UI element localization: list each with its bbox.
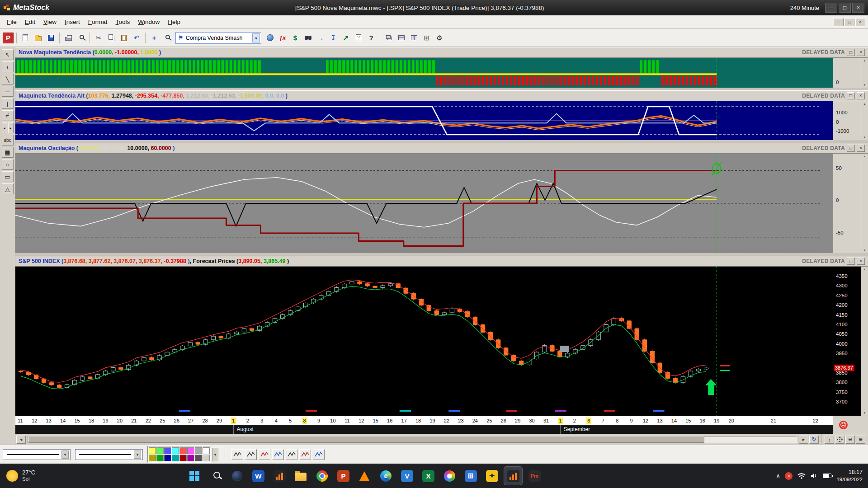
select-arrow-icon[interactable]: ▾ [134, 450, 141, 459]
forecaster-button[interactable]: → [315, 32, 326, 44]
zoom-out-button[interactable]: ⊖ [845, 436, 855, 444]
taskbar-metastock-charts[interactable] [270, 466, 289, 485]
taskbar-powerpoint[interactable]: P [334, 466, 353, 485]
taskbar-task-view[interactable] [227, 466, 246, 485]
report-button[interactable] [353, 32, 364, 44]
color-swatch[interactable] [164, 447, 171, 454]
color-swatch[interactable] [203, 447, 210, 454]
menu-edit[interactable]: Edit [21, 17, 39, 27]
scroll-up-icon[interactable]: ▴ [864, 102, 866, 106]
panel-maximize-button[interactable]: □ [847, 92, 855, 99]
scroll-down-icon[interactable]: ▾ [864, 83, 866, 87]
save-button[interactable] [45, 32, 57, 44]
volume-icon[interactable] [811, 473, 818, 479]
scroll-down-icon[interactable]: ▾ [864, 411, 866, 415]
panel-maximize-button[interactable]: □ [847, 258, 855, 265]
color-swatch[interactable] [195, 447, 202, 454]
panel-4-chart[interactable] [15, 267, 833, 416]
battery-icon[interactable] [823, 474, 831, 478]
combo-dropdown-arrow[interactable]: ▾ [252, 33, 260, 42]
cascade-windows-button[interactable] [383, 32, 395, 44]
menu-tools[interactable]: Tools [112, 17, 134, 27]
panel-1-chart[interactable] [15, 58, 833, 88]
cut-button[interactable]: ✂ [93, 32, 104, 44]
panel-2-chart[interactable] [15, 101, 833, 140]
explorer-scan-button[interactable] [302, 32, 314, 44]
pointer-tool[interactable]: ↖ [2, 49, 14, 60]
delete-tool[interactable]: ⌿ [2, 110, 14, 121]
chart-style-button-1[interactable] [231, 449, 243, 460]
copy-button[interactable] [105, 32, 117, 44]
ellipse-tool[interactable]: ○ [2, 159, 14, 170]
rectangle-tool[interactable]: ▭ [2, 171, 14, 182]
color-swatch[interactable] [156, 447, 164, 454]
taskbar-file-explorer[interactable] [291, 466, 310, 485]
taskbar-bee-app[interactable]: ✦ [482, 466, 501, 485]
panel-close-button[interactable]: × [857, 258, 865, 265]
help-button[interactable]: ? [365, 32, 377, 44]
minimize-button[interactable]: ─ [825, 3, 837, 13]
line-weight-select[interactable]: ▾ [75, 449, 143, 460]
print-button[interactable] [62, 32, 74, 44]
maximize-button[interactable]: □ [839, 3, 851, 13]
panel-maximize-button[interactable]: □ [847, 49, 855, 56]
taskbar-word[interactable]: W [249, 466, 268, 485]
open-chart-button[interactable] [32, 32, 44, 44]
color-swatch[interactable] [172, 455, 179, 461]
child-minimize-button[interactable]: ─ [834, 18, 844, 26]
color-swatch[interactable] [172, 447, 179, 454]
zoom-in-button[interactable]: ⊕ [856, 436, 865, 444]
scrollbar-thumb[interactable] [28, 436, 704, 443]
wifi-icon[interactable] [797, 473, 806, 479]
color-swatch[interactable] [179, 455, 187, 461]
taskbar-vlc[interactable] [355, 466, 374, 485]
panel-close-button[interactable]: × [857, 49, 865, 56]
trendline-tool[interactable]: ╲ [2, 74, 14, 84]
zoom-button[interactable] [161, 32, 173, 44]
vertical-line-tool[interactable]: | [2, 98, 14, 109]
menu-help[interactable]: Help [164, 17, 184, 27]
panel-3-scrollbar[interactable]: ▴ ▾ [861, 154, 868, 253]
taskbar-browser[interactable] [440, 466, 459, 485]
chart-style-button-3[interactable] [259, 449, 270, 460]
tile-grid-button[interactable]: ⊞ [421, 32, 433, 44]
menu-view[interactable]: View [39, 17, 61, 27]
panel-3-chart[interactable] [15, 154, 833, 253]
scroll-up-icon[interactable]: ▴ [864, 59, 866, 62]
undo-button[interactable]: ↶ [131, 32, 142, 44]
color-swatch[interactable] [156, 455, 164, 461]
scroll-up-icon[interactable]: ▴ [864, 267, 866, 271]
taskbar-search[interactable] [206, 466, 225, 485]
taskbar-code[interactable]: V [397, 466, 416, 485]
scroll-left-button[interactable]: ◂ [16, 436, 26, 444]
downloader-button[interactable]: ↧ [327, 32, 339, 44]
explorer-button[interactable] [264, 32, 276, 44]
menu-format[interactable]: Format [84, 17, 112, 27]
scroll-up-icon[interactable]: ▴ [864, 155, 866, 158]
panel-close-button[interactable]: × [857, 145, 865, 152]
taskbar-edge[interactable]: e [376, 466, 395, 485]
chart-style-button-4[interactable] [272, 449, 284, 460]
taskbar-start[interactable] [185, 466, 204, 485]
line-style-select[interactable]: ▾ [3, 449, 71, 460]
scroll-down-icon[interactable]: ▾ [864, 136, 866, 139]
triangle-tool[interactable]: △ [2, 183, 14, 194]
chart-style-button-2[interactable] [245, 449, 257, 460]
new-chart-button[interactable] [19, 32, 31, 44]
panel-close-button[interactable]: × [857, 92, 865, 99]
color-swatch[interactable] [187, 447, 194, 454]
close-button[interactable]: × [852, 3, 864, 13]
taskbar-metastock[interactable] [504, 466, 523, 485]
pan-button[interactable] [835, 436, 844, 444]
taskbar-pro-app[interactable]: Pro [525, 466, 544, 485]
taskbar-weather[interactable]: 27°C Sol [0, 464, 42, 488]
menu-window[interactable]: Window [134, 17, 164, 27]
panel-4-scrollbar[interactable]: ▴ ▾ [861, 267, 868, 416]
scroll-down-icon[interactable]: ▾ [864, 249, 866, 252]
tile-vertical-button[interactable] [408, 32, 420, 44]
system-tester-button[interactable]: $ [289, 32, 301, 44]
panel-maximize-button[interactable]: □ [847, 145, 855, 152]
select-arrow-icon[interactable]: ▾ [61, 450, 69, 459]
color-swatch[interactable] [203, 455, 210, 461]
paste-button[interactable] [118, 32, 130, 44]
